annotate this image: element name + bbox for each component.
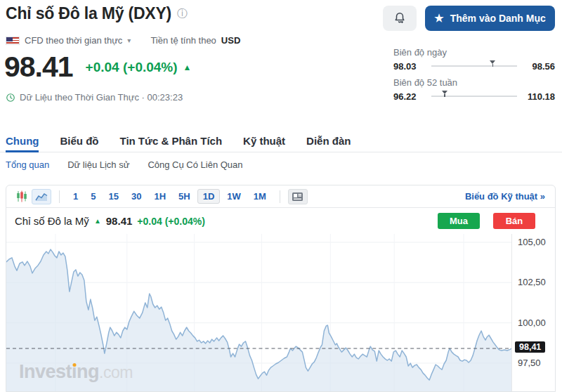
week52-range-row: 96.22 110.18 [393, 90, 555, 103]
tab-5[interactable]: Diễn đàn [306, 129, 351, 152]
day-range-label: Biên độ ngày [393, 47, 555, 58]
day-range-row: 98.03 98.56 [393, 60, 555, 72]
chart-toolbar: 1515301H5H1D1W1M Biểu đồ Kỹ thuật » [6, 185, 555, 208]
chart-instrument-name: Chỉ số Đô la Mỹ [15, 215, 89, 227]
currency-label: Tiền tệ tính theo [150, 35, 216, 46]
bell-plus-icon [393, 11, 406, 26]
investing-watermark: Investing.com [19, 361, 133, 383]
week52-range-low: 96.22 [393, 91, 424, 102]
timeframe-1m[interactable]: 1M [248, 189, 272, 204]
status-text: Dữ Liệu theo Thời Gian Thực · 00:23:23 [20, 92, 183, 103]
chart-price: 98.41 [106, 215, 133, 227]
day-range-high: 98.56 [524, 61, 555, 72]
timeframe-5h[interactable]: 5H [173, 189, 196, 204]
timeframe-15[interactable]: 15 [103, 189, 124, 204]
y-axis-tick: 105,00 [518, 237, 546, 247]
instrument-type[interactable]: CFD theo thời gian thực [25, 35, 122, 46]
chevron-down-icon[interactable]: ▾ [127, 37, 131, 44]
sell-button[interactable]: Bán [493, 213, 535, 229]
last-price-tag: 98,41 [515, 341, 545, 353]
quote-block: 98.41 +0.04 (+0.04%) ▲ [4, 51, 191, 84]
week52-range-marker [442, 91, 447, 97]
y-axis-tick: 102,50 [518, 277, 546, 287]
watchlist-button-label: Thêm vào Danh Mục [450, 13, 546, 24]
y-axis-tick: 97,50 [518, 358, 541, 368]
price-axis[interactable]: 105,00102,50100,0097,5098,41 [511, 234, 555, 391]
watermark-com: .com [99, 363, 133, 381]
price-change: +0.04 (+0.04%) ▲ [86, 60, 192, 75]
star-icon: ★ [434, 12, 443, 25]
chart-header: Chỉ số Đô la Mỹ ▲ 98.41 +0.04 (+0.04%) M… [6, 208, 555, 234]
timeframe-1d[interactable]: 1D [197, 189, 221, 204]
toolbar-divider [59, 190, 60, 203]
chart-body: Investing.com 105,00102,50100,0097,5098,… [6, 234, 555, 391]
week52-range-track [431, 96, 517, 97]
ranges-block: Biên độ ngày 98.03 98.56 Biên độ 52 tuần… [393, 47, 555, 107]
page-title: Chỉ số Đô la Mỹ (DXY) [6, 4, 171, 23]
candlestick-chart-icon[interactable] [13, 189, 30, 204]
change-value: +0.04 (+0.04%) [86, 60, 178, 75]
tab-3[interactable]: Tin Tức & Phân Tích [119, 129, 222, 152]
timeframe-30[interactable]: 30 [126, 189, 147, 204]
timeframe-selector: 1515301H5H1D1W1M [67, 189, 272, 204]
day-range-track [431, 65, 517, 67]
buy-button[interactable]: Mua [438, 213, 480, 229]
us-flag-icon [6, 37, 20, 45]
toolbar-divider [280, 190, 280, 203]
timeframe-1w[interactable]: 1W [221, 189, 247, 204]
day-range-marker [490, 60, 495, 67]
up-arrow-icon: ▲ [94, 217, 101, 225]
instrument-meta: CFD theo thời gian thực ▾ Tiền tệ tính t… [6, 35, 240, 46]
watermark-dot-i: i [72, 361, 77, 382]
main-tabs: ChungBiểu đồTin Tức & Phân TíchKỹ thuậtD… [0, 129, 562, 152]
price-chart[interactable]: Investing.com [6, 234, 511, 391]
sub-tabs: Tổng quanDữ liệu Lịch sửCông Cụ Có Liên … [6, 159, 243, 170]
subtab-3[interactable]: Công Cụ Có Liên Quan [148, 159, 242, 170]
subtab-2[interactable]: Dữ liệu Lịch sử [67, 159, 129, 170]
chart-widget: 1515301H5H1D1W1M Biểu đồ Kỹ thuật » Chỉ … [6, 185, 556, 392]
timeframe-1[interactable]: 1 [67, 189, 84, 204]
info-icon[interactable]: ⓘ [177, 7, 188, 20]
up-arrow-icon: ▲ [183, 63, 192, 72]
subtab-1[interactable]: Tổng quan [6, 159, 49, 170]
chart-change: +0.04 (+0.04%) [137, 216, 205, 227]
create-alert-button[interactable] [383, 6, 417, 31]
last-price: 98.41 [4, 51, 73, 84]
tab-1[interactable]: Chung [6, 129, 39, 152]
realtime-status: Dữ Liệu theo Thời Gian Thực · 00:23:23 [6, 92, 183, 103]
week52-range-label: Biên độ 52 tuần [393, 77, 555, 88]
currency-value: USD [221, 35, 240, 46]
timeframe-1h[interactable]: 1H [148, 189, 171, 204]
area-chart-icon[interactable] [32, 189, 51, 204]
clock-icon [6, 93, 15, 103]
timeframe-5[interactable]: 5 [85, 189, 101, 204]
add-to-watchlist-button[interactable]: ★ Thêm vào Danh Mục [425, 6, 555, 31]
title-row: Chỉ số Đô la Mỹ (DXY) ⓘ [6, 4, 188, 23]
news-panel-icon[interactable] [288, 189, 308, 204]
y-axis-tick: 100,00 [518, 318, 546, 328]
instrument-page: Chỉ số Đô la Mỹ (DXY) ⓘ ★ Thêm vào Danh … [0, 0, 562, 392]
technical-chart-link[interactable]: Biểu đồ Kỹ thuật » [465, 191, 548, 202]
week52-range-high: 110.18 [524, 91, 555, 102]
day-range-low: 98.03 [393, 61, 424, 72]
tab-2[interactable]: Biểu đồ [60, 129, 98, 152]
tab-4[interactable]: Kỹ thuật [243, 129, 285, 152]
